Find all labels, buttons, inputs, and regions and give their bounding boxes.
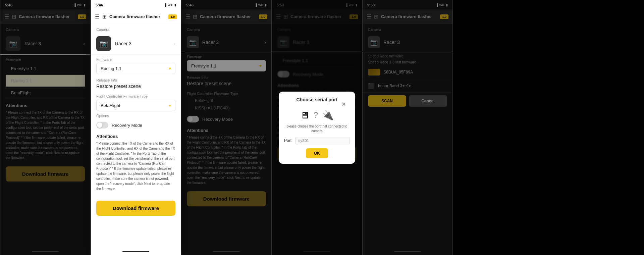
grid-icon-2[interactable]: ⊞ (102, 13, 107, 20)
camera-name-2: Racer 3 (115, 41, 174, 46)
camera-icon-3: 📷 (187, 36, 199, 48)
recovery-toggle-2[interactable] (96, 122, 108, 129)
action-buttons-5: SCAN Cancel (363, 93, 452, 109)
attentions-title-2: Attentions (96, 134, 175, 139)
cancel-button[interactable]: Cancel (409, 95, 447, 107)
camera-row-1[interactable]: 📷 Racer 3 › (0, 33, 90, 55)
status-bar-1: 5:46 ▐ WiF ▮ (0, 0, 90, 9)
recovery-label-2: Recovery Mode (112, 123, 142, 128)
recovery-label-3: Recovery Mode (202, 117, 233, 122)
bt-item-band[interactable]: ⬛ honor Band 3+e1c (363, 79, 452, 93)
home-indicator-5 (363, 248, 452, 255)
chevron-icon-2: › (174, 41, 175, 46)
home-bar-5 (394, 251, 421, 252)
menu-icon-2[interactable]: ☰ (95, 13, 100, 20)
signal-icon-3: ▐ (255, 3, 257, 7)
wifi-icon-5: WiF (439, 3, 445, 7)
modal-title: Choose serial port (297, 97, 338, 102)
camera-name-5: Racer 3 (383, 40, 447, 45)
status-time-1: 5:46 (5, 3, 12, 7)
fc-value-2: BetaFlight (101, 103, 120, 108)
download-btn-3[interactable]: Download firmware (187, 191, 266, 206)
fw-item-racing[interactable]: Racing 1.1 (6, 75, 85, 87)
version-badge-1: 1.0 (78, 14, 86, 19)
status-bar-3: 5:46 ▐ WiF ▮ (181, 0, 271, 9)
camera-section-label-3: Camera (181, 24, 271, 33)
modal-overlay-4: Choose serial port ✕ 🖥 ? 🔌 please choose… (272, 0, 362, 255)
signal-icon-5: ▐ (436, 3, 438, 7)
camera-row-3[interactable]: 📷 Racer 3 › (181, 33, 271, 52)
firmware-value-3: Freestyle 1.1 (191, 63, 216, 68)
port-select[interactable]: ttyS01 (295, 137, 350, 144)
grid-icon-1[interactable]: ⊞ (12, 13, 16, 20)
menu-icon-1[interactable]: ☰ (4, 13, 9, 20)
fc-label-2: Flight Controller Firmware Type (96, 94, 175, 98)
menu-icon-3[interactable]: ☰ (185, 13, 190, 20)
grid-icon-5[interactable]: ⊞ (374, 13, 378, 20)
app-title-1: Camera firmware flasher (19, 14, 78, 19)
release-info-value-2: Restore preset scene (91, 83, 181, 92)
camera-section-label-5: Camera (363, 24, 452, 33)
status-icons-5: ▐ WiF ▮ (436, 3, 448, 7)
fc-dropdown-arrow-2: ▾ (169, 103, 171, 108)
menu-icon-5[interactable]: ☰ (367, 13, 371, 20)
firmware-section-1: Firmware Freestyle 1.1 Racing 1.1 BetaFl… (0, 55, 90, 100)
chip-icon (368, 69, 380, 75)
fw-item-betaflight[interactable]: BetaFlight (6, 87, 85, 99)
status-icons-2: ▐ WiF ▮ (164, 3, 176, 7)
version-badge-3: 1.0 (259, 14, 267, 19)
firmware-label-3: Firmware (187, 55, 266, 59)
modal-close-icon[interactable]: ✕ (341, 101, 346, 107)
wifi-icon-1: WiF (77, 3, 83, 7)
version-badge-2: 1.0 (168, 14, 177, 19)
release-info-label-2: Release Info (91, 75, 181, 83)
firmware-value-2: Racing 1.1 (101, 66, 121, 71)
camera-section-label-2: Camera (91, 24, 181, 33)
chevron-icon-3: › (264, 40, 266, 45)
firmware-dropdown-2[interactable]: Racing 1.1 ▾ (96, 63, 175, 74)
home-indicator-2 (91, 248, 181, 255)
status-time-2: 5:46 (96, 3, 103, 7)
bt-name-chip: S8BUA_05F89A (383, 70, 413, 74)
fw-item-freestyle[interactable]: Freestyle 1.1 (6, 63, 85, 75)
fc-dropdown-2[interactable]: BetaFlight ▾ (96, 100, 175, 111)
app-header-5: ☰ ⊞ Camera firmware flasher 1.0 (363, 9, 452, 24)
phone-2: 5:46 ▐ WiF ▮ ☰ ⊞ Camera firmware flasher… (91, 0, 181, 255)
camera-row-2[interactable]: 📷 Racer 3 › (91, 33, 181, 55)
battery-icon-2: ▮ (174, 3, 176, 7)
bt-item-chip[interactable]: S8BUA_05F89A (363, 65, 452, 79)
battery-icon-5: ▮ (446, 3, 448, 7)
firmware-dropdown-3[interactable]: Freestyle 1.1 ▾ (187, 60, 266, 71)
attentions-text-2: * Please connect the TX of the Camera to… (96, 141, 175, 191)
bt-name-band: honor Band 3+e1c (378, 84, 411, 88)
phone-3: 5:46 ▐ WiF ▮ ☰ ⊞ Camera firmware flasher… (181, 0, 272, 255)
attentions-3: Attentions * Please connect the TX of th… (181, 125, 271, 188)
signal-icon-1: ▐ (74, 3, 76, 7)
status-bar-5: 9:53 ▐ WiF ▮ (363, 0, 452, 9)
home-bar-3 (213, 251, 240, 252)
fc-section-2: Flight Controller Firmware Type BetaFlig… (91, 92, 181, 112)
scan-button[interactable]: SCAN (368, 95, 406, 107)
release-info-value-3: Restore preset scene (181, 80, 271, 89)
camera-row-5[interactable]: 📷 Racer 3 (363, 33, 452, 52)
app-header-2: ☰ ⊞ Camera firmware flasher 1.0 (91, 9, 181, 24)
camera-icon-2: 📷 (96, 36, 111, 51)
release-info-label-3: Release Info (181, 73, 271, 80)
attentions-title-1: Attentions (6, 103, 85, 108)
modal-ok-button[interactable]: OK (306, 148, 328, 158)
bt-icon-band: ⬛ (368, 83, 375, 89)
fc-beta-3: BetaFlight (187, 97, 266, 104)
firmware-label-1: Firmware (6, 57, 85, 61)
camera-name-1: Racer 3 (24, 41, 83, 46)
fc-label-3: Flight Controller Firmware Type (187, 92, 266, 96)
app-title-3: Camera firmware flasher (200, 14, 259, 19)
download-btn-1[interactable]: Download firmware (6, 166, 85, 182)
download-btn-2[interactable]: Download firmware (96, 201, 175, 216)
attentions-1: Attentions * Please connect the TX of th… (0, 100, 90, 163)
app-header-1: ☰ ⊞ Camera firmware flasher 1.0 (0, 9, 90, 24)
grid-icon-3[interactable]: ⊞ (193, 13, 197, 20)
attentions-title-3: Attentions (187, 128, 266, 133)
phone-1: 5:46 ▐ WiF ▮ ☰ ⊞ Camera firmware flasher… (0, 0, 91, 255)
recovery-toggle-3[interactable] (187, 116, 199, 122)
choose-serial-modal: Choose serial port ✕ 🖥 ? 🔌 please choose… (279, 92, 355, 164)
